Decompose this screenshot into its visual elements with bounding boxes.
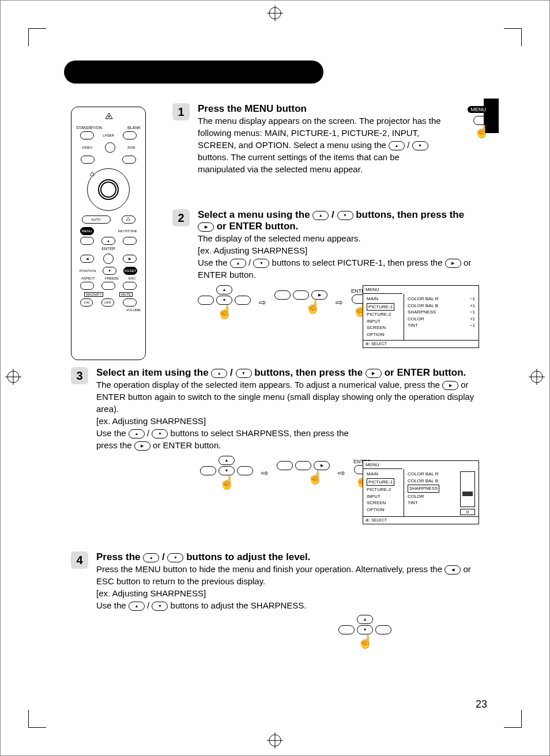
remote-label: BLANK [127, 126, 141, 130]
crop-mark [28, 710, 46, 728]
osd-item: COLOR [408, 493, 446, 500]
right-button: ▶ [123, 255, 137, 263]
up-button-icon [230, 259, 246, 268]
remote-label: MUTE [119, 292, 133, 297]
up-button-icon [129, 602, 145, 611]
button-icon [277, 461, 293, 470]
registration-mark [529, 369, 545, 387]
down-button-icon [357, 625, 373, 634]
step-body: Press the MENU button to hide the menu a… [96, 563, 474, 648]
step-number: 2 [172, 209, 190, 226]
hand-icon: ☝ [449, 125, 489, 138]
osd-value: +1 [460, 316, 475, 323]
right-button-icon [366, 369, 382, 378]
right-button-icon [442, 381, 458, 390]
text: buttons to adjust the level. [186, 551, 310, 562]
remote-label: ESC [129, 277, 135, 280]
osd-item: PICTURE-2 [367, 486, 400, 493]
down-button-icon [152, 602, 168, 611]
magnify-off-button: OFF [101, 298, 114, 307]
right-button-icon [311, 290, 327, 300]
slider-icon [460, 471, 475, 507]
text: or ENTER button. [153, 440, 221, 450]
up-button-icon [143, 553, 159, 562]
laser-button [105, 142, 115, 153]
up-button-icon [389, 141, 405, 150]
text: The display of the selected menu appears… [198, 232, 478, 244]
aspect-button [80, 282, 94, 290]
up-button-icon [357, 615, 373, 624]
text: buttons, then press the [356, 209, 464, 220]
osd-item: TINT [408, 322, 453, 329]
registration-mark [267, 732, 283, 751]
osd-item: INPUT [367, 318, 400, 325]
osd-item: OPTION [367, 506, 400, 513]
slider-value: 0 [460, 509, 475, 515]
text: : SELECT [369, 518, 387, 522]
text: The operation display of the selected it… [96, 380, 442, 390]
remote-label: VIDEO [82, 146, 93, 149]
osd-item: OPTION [367, 331, 400, 338]
mute-button [123, 298, 137, 307]
menu-thumb: MENU ☝ [449, 103, 489, 175]
osd-mid-col: COLOR BAL R COLOR BAL B SHARPNESS COLOR … [404, 469, 449, 516]
remote-label: OFF [104, 301, 111, 304]
remote-label: AUTO [91, 218, 101, 221]
osd-item: COLOR BAL R [408, 471, 446, 478]
button-icon [375, 625, 391, 634]
arrow-icon: ⇨ [336, 296, 343, 308]
button-icon [295, 461, 311, 470]
osd-item-selected: PICTURE-1 [367, 478, 394, 486]
text: Press the MENU button to hide the menu a… [96, 564, 444, 574]
hand-icon: ☝ [219, 477, 235, 489]
right-button-icon [445, 259, 461, 268]
right-button-icon [198, 222, 214, 232]
osd-item: MAIN [367, 471, 400, 478]
small-button: 凸 [122, 216, 135, 224]
osd-title: MENU [363, 461, 402, 469]
osd-item: MAIN [367, 296, 400, 303]
registration-mark [5, 369, 21, 387]
remote-label: LASER [103, 134, 114, 137]
press-illustration: ☝ [277, 461, 330, 484]
osd-value: −1 [460, 296, 475, 303]
text: buttons to adjust the SHARPNESS. [171, 600, 307, 610]
right-button-icon [314, 461, 330, 470]
remote-button [80, 237, 94, 245]
remote-top-indicator [76, 112, 142, 120]
press-illustration: ☝ [198, 285, 251, 319]
step-title: Select a menu using the / buttons, then … [198, 209, 464, 232]
down-button-icon [253, 259, 269, 268]
enter-button [103, 254, 114, 264]
osd-item: COLOR BAL B [408, 478, 446, 485]
menu-button: MENU [80, 227, 94, 235]
down-button-icon [216, 296, 232, 305]
down-button-icon [236, 369, 252, 378]
remote-label: ENTER [76, 247, 141, 251]
osd-footer: ⊕: SELECT [363, 340, 479, 347]
manual-page: STANDBY/ON BLANK LASER VIDEO RGB 凸 AUTO … [0, 0, 550, 756]
hand-icon: ☝ [305, 301, 321, 313]
keystone-button [123, 237, 137, 245]
osd-item: PICTURE-2 [367, 311, 400, 318]
step-number: 1 [172, 103, 190, 120]
crop-mark [504, 28, 522, 46]
osd-left-col: MAIN PICTURE-1 PICTURE-2 INPUT SCREEN OP… [363, 294, 404, 340]
osd-value: −1 [460, 309, 475, 316]
osd-slider-col: 0 [449, 469, 479, 516]
button-icon [274, 290, 291, 300]
remote-label: KEYSTONE [118, 229, 137, 233]
text: press the [96, 440, 134, 450]
osd-menu-preview-1: MENU MAIN PICTURE-1 PICTURE-2 INPUT SCRE… [363, 285, 479, 348]
button-icon [200, 466, 216, 475]
osd-right-col: −1 +1 −1 +1 −1 [457, 294, 479, 340]
up-button-icon [211, 369, 227, 378]
rgb-button [122, 156, 136, 164]
step-title: Press the MENU button [198, 103, 307, 114]
menu-pill: MENU [468, 106, 490, 113]
step-4: 4 Press the / buttons to adjust the leve… [71, 551, 474, 648]
down-button-icon [167, 553, 183, 562]
text: or ENTER button. [385, 367, 466, 378]
osd-title: MENU [363, 286, 402, 294]
up-button-icon [129, 429, 145, 439]
